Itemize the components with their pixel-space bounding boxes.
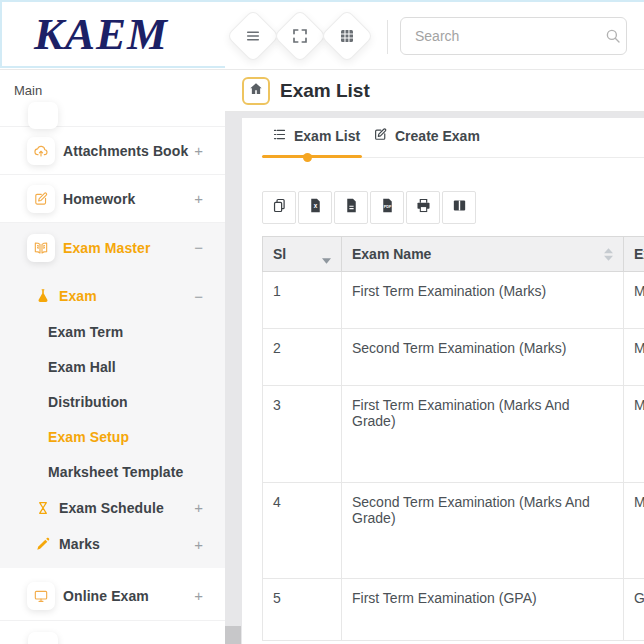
sidebar-item-exam-term[interactable]: Exam Term	[0, 314, 225, 349]
sidebar-toggle-button[interactable]	[226, 9, 280, 63]
collapse-minus-icon: −	[194, 288, 203, 305]
partial-icon	[28, 632, 58, 644]
sidebar-item-label: Exam	[59, 288, 97, 304]
pencil-square-icon	[373, 127, 388, 145]
cell-exam-type: GPA	[624, 579, 644, 641]
app-window: KAEM	[0, 0, 644, 644]
excel-export-button[interactable]: x	[298, 191, 332, 224]
tab-divider	[362, 157, 644, 158]
app-logo[interactable]: KAEM	[34, 8, 168, 60]
fullscreen-button[interactable]	[273, 9, 327, 63]
apps-menu-button[interactable]	[320, 9, 374, 63]
page-title-bar: Exam List	[225, 70, 644, 112]
home-icon	[248, 81, 264, 101]
global-search	[400, 17, 627, 55]
sidebar-item-marksheet-template[interactable]: Marksheet Template	[0, 454, 225, 489]
sidebar-item-label: Attachments Book	[63, 143, 188, 159]
pen-icon	[35, 536, 51, 552]
cell-exam-name: First Term Examination (Marks And Grade)	[342, 386, 624, 483]
svg-text:PDF: PDF	[383, 204, 391, 209]
cell-sl: 4	[263, 483, 342, 579]
cell-sl: 5	[263, 579, 342, 641]
home-button[interactable]	[242, 77, 270, 105]
table-row: 2 Second Term Examination (Marks) Marks	[263, 329, 644, 386]
flask-icon	[35, 288, 51, 304]
cell-exam-name: First Term Examination (GPA)	[342, 579, 624, 641]
sidebar-item-label: Exam Term	[48, 324, 123, 340]
list-icon	[272, 127, 287, 145]
sidebar-item-exam[interactable]: Exam −	[0, 278, 225, 314]
monitor-icon	[27, 582, 55, 610]
column-label: Exam Type	[634, 246, 644, 262]
expand-plus-icon: +	[194, 536, 203, 553]
copy-icon	[271, 197, 288, 218]
pdf-export-button[interactable]: PDF	[370, 191, 404, 224]
hamburger-icon	[244, 27, 262, 45]
csv-export-button[interactable]	[334, 191, 368, 224]
active-tab-dot	[303, 153, 312, 162]
cell-exam-name: First Term Examination (Marks)	[342, 272, 624, 329]
tab-label: Exam List	[294, 128, 360, 144]
sidebar-item-exam-master[interactable]: Exam Master −	[0, 223, 225, 272]
sidebar-item-label: Homework	[63, 191, 135, 207]
tab-exam-list[interactable]: Exam List	[272, 127, 360, 145]
sidebar-item-label: Online Exam	[63, 588, 149, 604]
sidebar-item-label: Exam Schedule	[59, 500, 164, 516]
sidebar-menu: Attachments Book + Homework +	[0, 126, 225, 640]
sidebar-item-online-exam[interactable]: Online Exam +	[0, 571, 225, 621]
tab-label: Create Exam	[395, 128, 480, 144]
cell-exam-type: Marks	[624, 329, 644, 386]
sidebar-item-label: Exam Hall	[48, 359, 116, 375]
cell-exam-name: Second Term Examination (Marks)	[342, 329, 624, 386]
cell-sl: 2	[263, 329, 342, 386]
column-label: Sl	[273, 246, 286, 262]
page-title: Exam List	[280, 80, 370, 102]
sort-desc-icon	[322, 251, 331, 257]
sidebar-item-exam-hall[interactable]: Exam Hall	[0, 349, 225, 384]
sidebar-item-label: Marks	[59, 536, 100, 552]
columns-icon	[451, 197, 468, 218]
exam-table: Sl Exam Name	[262, 236, 644, 641]
column-header-exam-type[interactable]: Exam Type	[624, 237, 644, 272]
open-book-icon	[27, 234, 55, 262]
cell-sl: 1	[263, 272, 342, 329]
grid-icon	[338, 27, 356, 45]
sidebar-item-homework[interactable]: Homework +	[0, 174, 225, 222]
sidebar-item-attachments-book[interactable]: Attachments Book +	[0, 126, 225, 174]
cell-exam-type: Marks	[624, 272, 644, 329]
search-icon[interactable]	[604, 27, 622, 45]
collapse-minus-icon: −	[194, 239, 203, 256]
pencil-square-icon	[27, 185, 55, 213]
expand-plus-icon: +	[194, 142, 203, 159]
column-visibility-button[interactable]	[442, 191, 476, 224]
cell-exam-name: Second Term Examination (Marks And Grade…	[342, 483, 624, 579]
table-row: 5 First Term Examination (GPA) GPA	[263, 579, 644, 641]
cell-sl: 3	[263, 386, 342, 483]
tab-create-exam[interactable]: Create Exam	[373, 127, 480, 145]
sidebar: Main Attachments Book + Homework	[0, 70, 225, 644]
table-header-row: Sl Exam Name	[263, 237, 644, 272]
pdf-icon: PDF	[379, 197, 396, 218]
copy-button[interactable]	[262, 191, 296, 224]
scrollbar-thumb[interactable]	[225, 626, 241, 644]
column-header-sl[interactable]: Sl	[263, 237, 342, 272]
print-button[interactable]	[406, 191, 440, 224]
column-header-exam-name[interactable]: Exam Name	[342, 237, 624, 272]
sidebar-item-marks[interactable]: Marks +	[0, 526, 225, 562]
sidebar-item-label: Exam Master	[63, 240, 150, 256]
sidebar-item-label: Distribution	[48, 394, 128, 410]
expand-plus-icon: +	[194, 190, 203, 207]
search-input[interactable]	[401, 28, 604, 44]
column-label: Exam Name	[352, 246, 431, 262]
sidebar-section-label: Main	[14, 83, 225, 98]
table-row: 4 Second Term Examination (Marks And Gra…	[263, 483, 644, 579]
sidebar-partial-item-above	[28, 102, 58, 129]
cell-exam-type: Marks And Grade	[624, 483, 644, 579]
print-icon	[415, 197, 432, 218]
sidebar-item-exam-schedule[interactable]: Exam Schedule +	[0, 489, 225, 526]
sidebar-item-exam-setup[interactable]: Exam Setup	[0, 419, 225, 454]
sidebar-item-distribution[interactable]: Distribution	[0, 384, 225, 419]
logo-container: KAEM	[0, 2, 225, 68]
cell-exam-type: Marks And Grade	[624, 386, 644, 483]
exam-master-section: Exam Master − Exam − Exam Term Exam Hall	[0, 222, 225, 568]
